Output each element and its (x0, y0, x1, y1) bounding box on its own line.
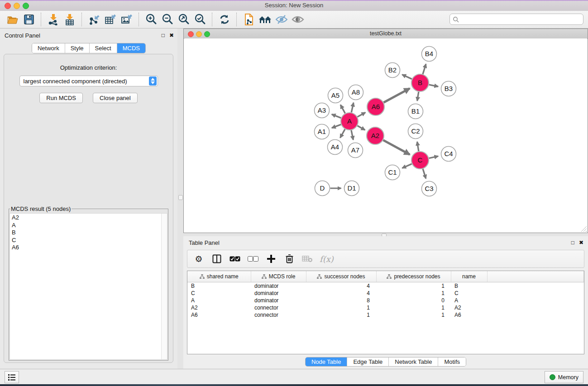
graph-node-D1[interactable]: D1 (344, 181, 359, 196)
graph-edge-A-A2[interactable] (357, 126, 365, 130)
mcds-result-item[interactable]: B (12, 229, 167, 237)
graph-node-C4[interactable]: C4 (441, 147, 456, 162)
graph-node-A2[interactable]: A2 (367, 127, 384, 144)
delete-column-icon[interactable] (283, 253, 295, 265)
window-resize-grip[interactable] (581, 226, 587, 232)
network-window-titlebar[interactable]: testGlobe.txt (184, 29, 588, 39)
hide-graphics-details-button[interactable] (273, 12, 290, 27)
zoom-out-button[interactable] (159, 12, 176, 27)
import-table-button[interactable] (62, 12, 78, 27)
graph-edge-C-C1[interactable] (402, 164, 411, 168)
float-panel-icon[interactable]: □ (162, 33, 165, 38)
close-panel-icon[interactable]: ✖ (169, 33, 174, 38)
graph-edge-B-B2[interactable] (402, 75, 411, 79)
vertical-split-divider[interactable] (177, 29, 183, 369)
memory-status-button[interactable]: Memory (545, 371, 583, 383)
graph-edge-A-A6[interactable] (358, 113, 366, 117)
graph-edge-A-A3[interactable] (332, 114, 341, 118)
col-mcds-role[interactable]: MCDS role (251, 271, 306, 282)
export-image-button[interactable] (119, 12, 135, 27)
graph-edge-A-A8[interactable] (351, 103, 354, 113)
export-network-button[interactable] (86, 12, 102, 27)
zoom-selected-button[interactable] (192, 12, 208, 27)
graph-node-A4[interactable]: A4 (328, 140, 343, 155)
graph-node-A5[interactable]: A5 (328, 88, 343, 103)
col-shared-name[interactable]: shared name (187, 271, 251, 282)
mcds-result-item[interactable]: C (12, 237, 167, 244)
tab-mcds[interactable]: MCDS (117, 43, 145, 53)
graph-node-A8[interactable]: A8 (349, 85, 363, 100)
zoom-in-button[interactable] (143, 12, 159, 27)
graph-edge-A2-C[interactable] (383, 140, 410, 155)
clone-network-button[interactable] (241, 12, 257, 27)
graph-node-A7[interactable]: A7 (348, 143, 363, 158)
graph-edge-B-B3[interactable] (429, 85, 438, 86)
close-panel-icon[interactable]: ✖ (579, 240, 583, 245)
graph-edge-C-C4[interactable] (429, 156, 439, 158)
graph-node-D[interactable]: D (315, 181, 330, 196)
table-row[interactable]: Cdominator41C (187, 290, 584, 297)
network-canvas[interactable]: A5A8A6A3AA1A4A7A2B2BB4B3B1C2CC4C1C3DD1 (184, 38, 587, 232)
graph-node-B3[interactable]: B3 (441, 81, 456, 96)
graph-node-C2[interactable]: C2 (408, 124, 423, 139)
optimization-criterion-select[interactable]: largest connected component (directed) (19, 76, 158, 86)
table-row[interactable]: A6connector11A6 (187, 311, 584, 319)
open-session-button[interactable] (5, 12, 21, 27)
search-field[interactable] (449, 14, 583, 25)
refresh-layout-button[interactable] (216, 12, 233, 27)
save-session-button[interactable] (21, 12, 37, 27)
divider-grip[interactable] (178, 195, 183, 200)
bird-eye-view-button[interactable] (290, 12, 306, 27)
graph-node-C[interactable]: C (411, 152, 429, 169)
mcds-result-item[interactable]: A (12, 222, 167, 229)
graph-edge-B-B1[interactable] (417, 92, 419, 101)
graph-edge-C-C3[interactable] (423, 169, 426, 179)
mcds-result-list[interactable]: A2ABCA6 (10, 213, 167, 360)
table-row[interactable]: Adominator80A (187, 297, 584, 304)
float-panel-icon[interactable]: □ (571, 240, 574, 245)
node-table[interactable]: shared name MCDS role successor nodes pr… (187, 271, 584, 354)
col-successor-nodes[interactable]: successor nodes (306, 271, 376, 282)
mcds-list-scrollbar[interactable] (161, 214, 167, 359)
select-all-icon[interactable] (229, 253, 241, 265)
search-input[interactable] (459, 16, 583, 23)
tab-style[interactable]: Style (65, 43, 90, 53)
graph-edge-A-A7[interactable] (351, 130, 353, 140)
run-mcds-button[interactable]: Run MCDS (39, 93, 83, 103)
mcds-result-item[interactable]: A2 (12, 214, 167, 222)
table-row[interactable]: A2connector11A2 (187, 304, 584, 311)
graph-node-A6[interactable]: A6 (367, 98, 384, 115)
show-hide-panels-button[interactable] (257, 12, 273, 27)
col-name[interactable]: name (451, 271, 487, 282)
mcds-result-item[interactable]: A6 (12, 244, 167, 252)
task-history-button[interactable] (5, 371, 19, 383)
export-table-button[interactable] (102, 12, 119, 27)
graph-node-B[interactable]: B (411, 74, 429, 91)
tab-select[interactable]: Select (90, 43, 117, 53)
graph-edge-B-B4[interactable] (423, 64, 426, 74)
graph-node-C3[interactable]: C3 (422, 181, 437, 196)
import-network-button[interactable] (45, 12, 62, 27)
graph-node-A[interactable]: A (341, 113, 358, 130)
tab-motifs[interactable]: Motifs (438, 357, 466, 366)
graph-edge-A-A4[interactable] (340, 129, 345, 138)
graph-node-B4[interactable]: B4 (422, 47, 437, 62)
deselect-all-icon[interactable] (247, 253, 259, 265)
tab-node-table[interactable]: Node Table (306, 357, 348, 366)
graph-node-C1[interactable]: C1 (385, 165, 400, 180)
graph-edge-A6-B[interactable] (384, 88, 410, 102)
horizontal-split-divider[interactable] (183, 233, 588, 236)
graph-edge-A-A1[interactable] (332, 124, 341, 128)
tab-network-table[interactable]: Network Table (389, 357, 438, 366)
table-row[interactable]: Bdominator41B (187, 282, 584, 290)
tab-edge-table[interactable]: Edge Table (347, 357, 389, 366)
col-predecessor-nodes[interactable]: predecessor nodes (376, 271, 451, 282)
show-columns-icon[interactable] (211, 253, 223, 265)
tab-network[interactable]: Network (32, 43, 65, 53)
graph-node-B1[interactable]: B1 (408, 104, 423, 119)
close-panel-button[interactable]: Close panel (93, 93, 138, 103)
graph-node-A1[interactable]: A1 (315, 124, 330, 139)
graph-node-A3[interactable]: A3 (315, 103, 330, 118)
graph-edge-A-A5[interactable] (340, 105, 345, 114)
graph-node-B2[interactable]: B2 (385, 63, 400, 78)
